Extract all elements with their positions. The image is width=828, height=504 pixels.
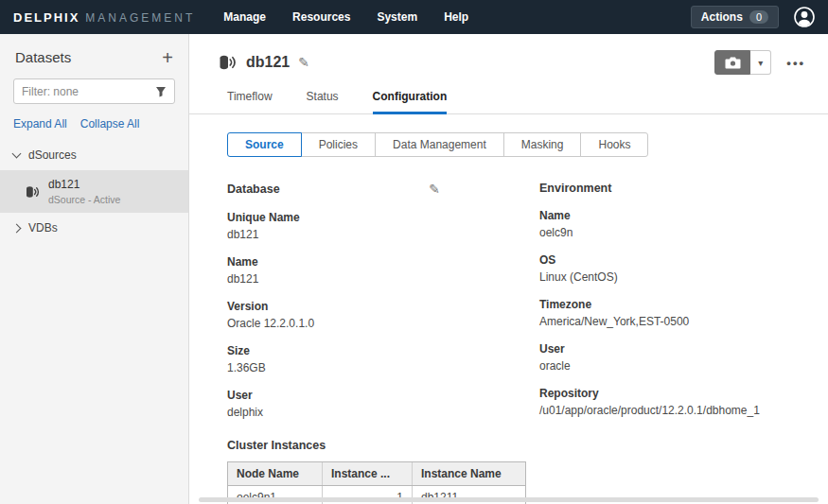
sidebar-header: Datasets +	[0, 34, 188, 77]
dsources-label: dSources	[28, 148, 77, 162]
field-label: Unique Name	[227, 211, 539, 224]
user-avatar-icon[interactable]	[794, 7, 815, 27]
field-env-name: Name oelc9n	[539, 209, 828, 239]
configuration-subtabs: Source Policies Data Management Masking …	[227, 132, 648, 157]
tree-item-db121[interactable]: db121 dSource - Active	[0, 170, 188, 213]
collapse-all-link[interactable]: Collapse All	[80, 117, 140, 130]
vdbs-label: VDBs	[28, 221, 58, 235]
column-header-node-name: Node Name	[228, 462, 323, 485]
tree-node-dsources[interactable]: dSources	[0, 140, 188, 170]
column-header-instance-name: Instance Name	[413, 462, 525, 485]
field-db-user: User delphix	[227, 389, 539, 419]
field-label: OS	[539, 253, 828, 267]
dsource-icon	[25, 184, 40, 200]
filter-input-text: Filter: none	[22, 85, 79, 98]
edit-title-pencil-icon[interactable]: ✎	[298, 55, 309, 70]
tree-item-subtitle: dSource - Active	[48, 194, 120, 205]
tree-node-vdbs[interactable]: VDBs	[0, 213, 188, 243]
tab-configuration[interactable]: Configuration	[373, 90, 448, 114]
nav-help[interactable]: Help	[444, 10, 468, 24]
field-value: db121	[227, 228, 539, 241]
logo-primary-text: DELPHIX	[13, 10, 79, 25]
field-env-user: User oracle	[539, 342, 828, 373]
top-bar: DELPHIX MANAGEMENT Manage Resources Syst…	[0, 0, 828, 34]
field-label: User	[227, 389, 539, 402]
subtab-data-management[interactable]: Data Management	[375, 132, 504, 157]
filter-funnel-icon	[155, 86, 167, 97]
top-bar-right: Actions 0	[691, 6, 815, 28]
field-label: Name	[227, 255, 539, 269]
field-version: Version Oracle 12.2.0.1.0	[227, 300, 539, 330]
field-size: Size 1.36GB	[227, 344, 539, 374]
source-detail-sections: Database ✎ Unique Name db121 Name db121 …	[227, 182, 828, 433]
subtab-policies[interactable]: Policies	[301, 132, 376, 157]
logo-secondary-text: MANAGEMENT	[85, 11, 195, 25]
field-timezone: Timezone America/New_York,EST-0500	[539, 298, 828, 328]
field-value: America/New_York,EST-0500	[539, 315, 828, 328]
tree-item-texts: db121 dSource - Active	[48, 178, 120, 205]
field-value: Oracle 12.2.0.1.0	[227, 317, 539, 330]
cluster-instances-title: Cluster Instances	[227, 439, 828, 452]
field-label: Name	[539, 209, 828, 222]
nav-manage[interactable]: Manage	[223, 10, 266, 24]
database-section-header: Database ✎	[227, 182, 440, 197]
field-label: Repository	[539, 387, 828, 400]
snapshot-options-button[interactable]: ▾	[750, 50, 771, 75]
horizontal-scrollbar[interactable]	[199, 497, 819, 502]
actions-button-label: Actions	[701, 10, 743, 24]
environment-section-header: Environment	[539, 182, 752, 195]
tab-status[interactable]: Status	[307, 90, 339, 113]
subtab-hooks[interactable]: Hooks	[580, 132, 648, 157]
main-tabs: Timeflow Status Configuration	[189, 90, 828, 114]
nav-resources[interactable]: Resources	[292, 10, 350, 24]
field-value: db121	[227, 272, 539, 286]
field-value: 1.36GB	[227, 361, 539, 374]
chevron-right-icon	[12, 223, 22, 233]
field-value: delphix	[227, 406, 539, 419]
top-nav: Manage Resources System Help	[223, 10, 468, 24]
caret-down-icon: ▾	[758, 58, 763, 68]
field-value: oelc9n	[539, 226, 828, 239]
expand-all-link[interactable]: Expand All	[13, 117, 67, 130]
field-unique-name: Unique Name db121	[227, 211, 539, 241]
environment-section-title: Environment	[539, 182, 611, 195]
chevron-down-icon	[12, 149, 22, 159]
nav-system[interactable]: System	[377, 10, 417, 24]
header-actions: ▾ •••	[714, 50, 813, 75]
field-label: Timezone	[539, 298, 828, 311]
sidebar-links: Expand All Collapse All	[13, 117, 175, 130]
datasets-sidebar: Datasets + Filter: none Expand All Colla…	[0, 34, 189, 504]
tab-timeflow[interactable]: Timeflow	[227, 90, 273, 113]
actions-button[interactable]: Actions 0	[691, 6, 779, 28]
edit-database-pencil-icon[interactable]: ✎	[429, 182, 440, 197]
dsource-icon	[218, 53, 237, 72]
field-label: Version	[227, 300, 539, 313]
sidebar-title: Datasets	[15, 49, 71, 65]
main-header: db121 ✎ ▾ •••	[189, 34, 828, 86]
field-name: Name db121	[227, 255, 539, 286]
filter-input[interactable]: Filter: none	[13, 78, 175, 104]
field-value: Linux (CentOS)	[539, 270, 828, 284]
field-value: /u01/app/oracle/product/12.2.0.1/dbhome_…	[539, 404, 828, 417]
subtab-masking[interactable]: Masking	[503, 132, 582, 157]
camera-icon	[725, 57, 741, 69]
actions-count-badge: 0	[749, 10, 768, 24]
add-dataset-button[interactable]: +	[162, 51, 173, 64]
column-header-instance-number: Instance ...	[323, 462, 413, 485]
page-body: Datasets + Filter: none Expand All Colla…	[0, 34, 828, 504]
field-label: Size	[227, 344, 539, 357]
page-title: db121	[246, 54, 290, 71]
table-header-row: Node Name Instance ... Instance Name	[228, 462, 525, 486]
field-repository: Repository /u01/app/oracle/product/12.2.…	[539, 387, 828, 417]
subtab-source[interactable]: Source	[227, 132, 302, 157]
snapshot-camera-button[interactable]	[714, 50, 750, 75]
field-label: User	[539, 342, 828, 356]
tree-item-name: db121	[48, 178, 120, 191]
datasets-tree: dSources db121 dSource - Active VDBs	[0, 140, 188, 243]
main-panel: db121 ✎ ▾ ••• Timeflow Status Configurat…	[189, 34, 828, 504]
delphix-logo: DELPHIX MANAGEMENT	[13, 10, 195, 25]
more-options-button[interactable]: •••	[786, 56, 805, 70]
field-os: OS Linux (CentOS)	[539, 253, 828, 284]
database-section-title: Database	[227, 182, 280, 196]
field-value: oracle	[539, 359, 828, 373]
